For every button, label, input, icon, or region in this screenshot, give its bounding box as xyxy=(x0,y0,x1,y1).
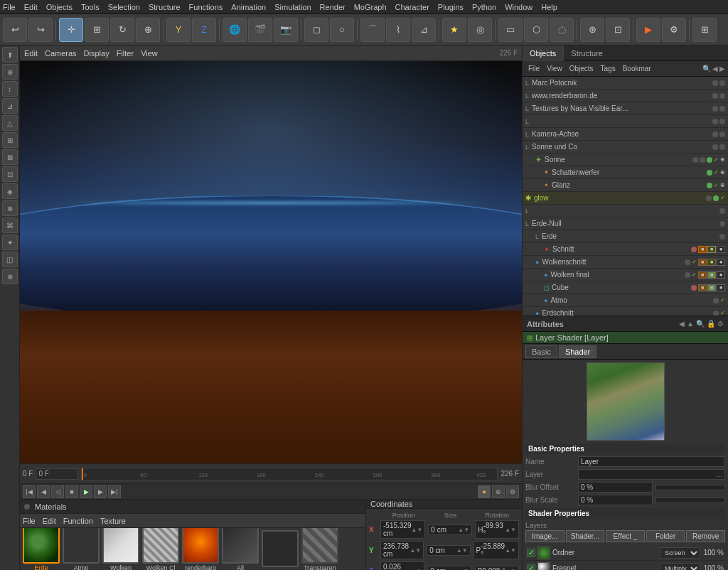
prev-frame-button[interactable]: ◀ xyxy=(37,485,50,498)
material-wolken[interactable]: Wolken xyxy=(102,528,139,570)
cube-button[interactable]: ◻ xyxy=(304,18,328,42)
viewport-cameras[interactable]: Cameras xyxy=(45,49,77,58)
attr-layer-field[interactable]: ... xyxy=(578,469,725,480)
obj-row-textures[interactable]: L Textures by Nasa Visible Ear... xyxy=(523,102,728,115)
coord-h-rot[interactable]: H -89.93 ° ▲▼ xyxy=(475,520,519,539)
attr-lock-icon[interactable]: 🔒 xyxy=(707,320,715,328)
spline-button[interactable]: ⌒ xyxy=(360,18,385,42)
select-tool-button[interactable]: ⊞ xyxy=(85,18,109,42)
menu-animation[interactable]: Animation xyxy=(231,3,266,11)
left-tool-3[interactable]: ↕ xyxy=(2,81,18,97)
left-tool-4[interactable]: ⊿ xyxy=(2,98,18,114)
obj-tool-tags[interactable]: Tags xyxy=(598,64,619,73)
menu-help[interactable]: Help xyxy=(541,3,557,11)
left-tool-6[interactable]: ⊞ xyxy=(2,132,18,148)
left-tool-7[interactable]: ⊠ xyxy=(2,149,18,165)
obj-row-erde[interactable]: L Erde xyxy=(523,230,728,243)
shader-effect-btn[interactable]: Effect _ xyxy=(606,530,645,542)
left-tool-14[interactable]: ⊕ xyxy=(2,269,18,284)
camera-button[interactable]: 📷 xyxy=(274,18,298,42)
tab-structure[interactable]: Structure xyxy=(564,45,610,61)
obj-tool-view[interactable]: View xyxy=(544,64,565,73)
attr-nav-fwd[interactable]: ▲ xyxy=(687,320,694,328)
shader-layer-fresnel[interactable]: ✓ Fresnel Multiply Screen Normal 100 % xyxy=(525,561,725,570)
sky-button[interactable]: ⬡ xyxy=(524,18,548,42)
shader-remove-btn[interactable]: Remove xyxy=(686,530,725,542)
obj-row-erde-null[interactable]: L Erde-Null xyxy=(523,217,728,230)
tab-objects[interactable]: Objects xyxy=(523,45,564,61)
rotate-tool-button[interactable]: ↻ xyxy=(110,18,134,42)
menu-python[interactable]: Python xyxy=(472,3,496,11)
blur-offset-field[interactable]: 0 % xyxy=(578,482,653,493)
coord-p-rot[interactable]: P -25.889 ° ▲▼ xyxy=(473,541,519,559)
axis-button[interactable]: Y xyxy=(166,18,191,42)
deform-button[interactable]: ⊿ xyxy=(412,18,436,42)
viewport-view[interactable]: View xyxy=(141,49,158,58)
tab-basic[interactable]: Basic xyxy=(525,345,557,358)
left-tool-11[interactable]: ⌘ xyxy=(2,217,18,233)
obj-row-marc[interactable]: L Marc Potocnik xyxy=(523,77,728,90)
blur-offset-slider[interactable] xyxy=(655,485,726,490)
coord-y-size[interactable]: 0 cm ▲▼ xyxy=(427,545,470,556)
render-button[interactable]: ▶ xyxy=(636,18,660,42)
render-icon[interactable]: ● xyxy=(478,485,491,498)
next-frame-button[interactable]: ▶ xyxy=(94,485,107,498)
material-wolken-cl[interactable]: Wolken Cl xyxy=(142,528,179,570)
nav-left-icon[interactable]: ◀ xyxy=(712,65,718,72)
blur-scale-field[interactable]: 0 % xyxy=(578,495,653,505)
undo-button[interactable]: ↩ xyxy=(3,18,27,42)
obj-tool-file[interactable]: File xyxy=(525,64,542,73)
menu-file[interactable]: File xyxy=(3,3,16,11)
obj-row-wolken-final[interactable]: ● Wolken final ✓ ■ ■ ■ xyxy=(523,269,728,281)
material-erde[interactable]: Erde xyxy=(23,528,60,570)
z-axis-button[interactable]: Z xyxy=(192,18,216,42)
obj-row-glow[interactable]: ✱ glow ✓ xyxy=(523,192,728,205)
obj-row-wolkenschnitt[interactable]: ● Wolkenschnitt ✓ ■ ■ ■ xyxy=(523,256,728,269)
obj-row-atmo[interactable]: ● Atmo ✓ xyxy=(523,294,728,307)
obj-row-null2[interactable]: L xyxy=(523,205,728,217)
material-all[interactable]: All xyxy=(222,528,259,570)
shader-shader-btn[interactable]: Shader... xyxy=(566,530,605,542)
menu-mograph[interactable]: MoGraph xyxy=(354,3,387,11)
attr-nav-back[interactable]: ◀ xyxy=(679,320,685,328)
goto-end-button[interactable]: ▶| xyxy=(108,485,121,498)
left-tool-1[interactable]: ⬆ xyxy=(2,47,18,63)
left-tool-2[interactable]: ⊕ xyxy=(2,64,18,80)
mat-menu-function[interactable]: Function xyxy=(63,517,93,525)
layer-blend-ordner[interactable]: Screen Multiply Normal Add xyxy=(660,547,700,559)
obj-row-glanz[interactable]: ✦ Glanz ✓ ⊕ xyxy=(523,179,728,192)
menu-structure[interactable]: Structure xyxy=(149,3,181,11)
coord-x-size[interactable]: 0 cm ▲▼ xyxy=(428,525,472,535)
obj-row-sonne-co[interactable]: L Sonne und Co xyxy=(523,141,728,154)
left-tool-5[interactable]: △ xyxy=(2,115,18,131)
obj-tool-objects[interactable]: Objects xyxy=(567,64,596,73)
play-reverse-button[interactable]: ◁ xyxy=(51,485,64,498)
light-button[interactable]: ★ xyxy=(442,18,466,42)
material-renderbaron[interactable]: renderbaro xyxy=(182,528,219,570)
floor-button[interactable]: ▭ xyxy=(498,18,523,42)
shader-image-btn[interactable]: Image... xyxy=(525,530,564,542)
menu-tools[interactable]: Tools xyxy=(81,3,100,11)
frame-input[interactable]: 0 F xyxy=(36,468,78,480)
viewport[interactable] xyxy=(20,61,522,463)
left-tool-12[interactable]: ✦ xyxy=(2,235,18,250)
left-tool-9[interactable]: ◈ xyxy=(2,183,18,199)
attr-name-field[interactable]: Layer xyxy=(578,456,725,467)
goto-start-button[interactable]: |◀ xyxy=(23,485,36,498)
left-tool-8[interactable]: ⊡ xyxy=(2,166,18,182)
film-button[interactable]: 🎬 xyxy=(248,18,272,42)
shader-layer-ordner[interactable]: ✓ Ordner Screen Multiply Normal Add 100 … xyxy=(525,545,725,561)
coord-z-size[interactable]: 0 cm ▲▼ xyxy=(427,566,471,571)
mat-menu-texture[interactable]: Texture xyxy=(100,517,126,525)
stop-button[interactable]: ■ xyxy=(65,485,78,498)
move-tool-button[interactable]: ✛ xyxy=(59,18,83,42)
layout-button[interactable]: ⊞ xyxy=(692,18,717,42)
menu-plugins[interactable]: Plugins xyxy=(438,3,464,11)
magnet-button[interactable]: ⊛ xyxy=(580,18,604,42)
menu-render[interactable]: Render xyxy=(320,3,346,11)
coord-z-pos[interactable]: 0.026 cm ▲▼ xyxy=(380,561,424,570)
layer-blend-fresnel[interactable]: Multiply Screen Normal xyxy=(660,563,700,571)
snap-button[interactable]: ⊡ xyxy=(606,18,630,42)
nurbs-button[interactable]: ⌇ xyxy=(386,18,410,42)
menu-selection[interactable]: Selection xyxy=(108,3,140,11)
